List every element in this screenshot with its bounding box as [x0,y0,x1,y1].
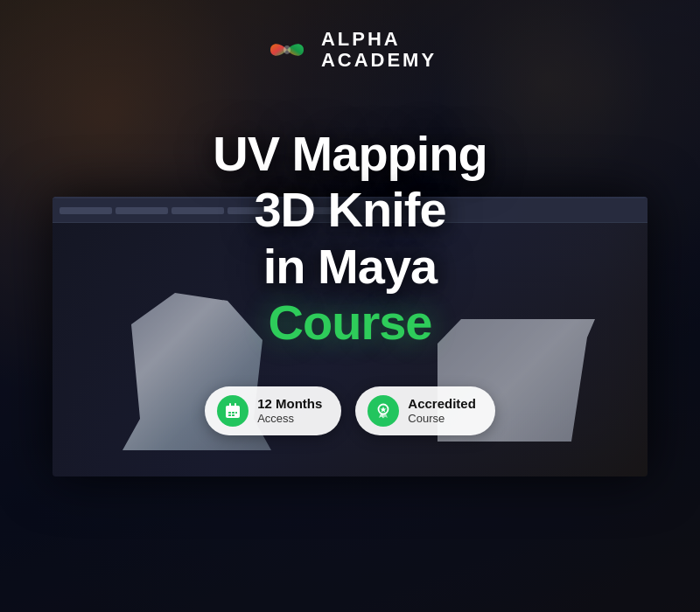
svg-point-0 [284,45,290,54]
svg-rect-5 [228,412,231,414]
svg-rect-3 [229,403,231,407]
course-label: Course [408,412,476,426]
logo-alpha: ALPHA [321,29,437,50]
svg-marker-11 [381,407,387,413]
accredited-text: Accredited Course [408,396,476,426]
svg-rect-6 [232,412,234,414]
course-title: UV Mapping 3D Knife in Maya Course [213,126,487,351]
hero-container: ALPHA ACADEMY UV Mapping 3D Knife in May… [0,0,700,612]
access-label: Access [257,412,322,426]
award-icon [374,402,392,420]
logo-academy: ACADEMY [321,50,437,71]
svg-rect-2 [226,406,240,410]
title-line1: UV Mapping [213,126,487,181]
badges-row: 12 Months Access Accredited Course [205,386,495,435]
calendar-icon-wrap [217,395,248,427]
calendar-icon [224,402,242,420]
months-access-text: 12 Months Access [257,396,322,426]
accredited-label: Accredited [408,396,476,412]
svg-rect-7 [235,412,237,414]
logo-area: ALPHA ACADEMY [263,26,437,73]
title-line2: 3D Knife [254,182,445,237]
alpha-academy-logo-icon [263,26,311,73]
accredited-badge: Accredited Course [355,386,495,435]
content-overlay: ALPHA ACADEMY UV Mapping 3D Knife in May… [0,0,700,612]
svg-rect-4 [234,403,236,407]
svg-rect-8 [228,414,231,416]
title-line3: in Maya [263,239,437,294]
logo-text: ALPHA ACADEMY [321,29,437,71]
months-label: 12 Months [257,396,322,412]
course-word: Course [213,295,487,351]
award-icon-wrap [368,395,399,427]
svg-rect-9 [232,414,234,416]
months-access-badge: 12 Months Access [205,386,341,435]
